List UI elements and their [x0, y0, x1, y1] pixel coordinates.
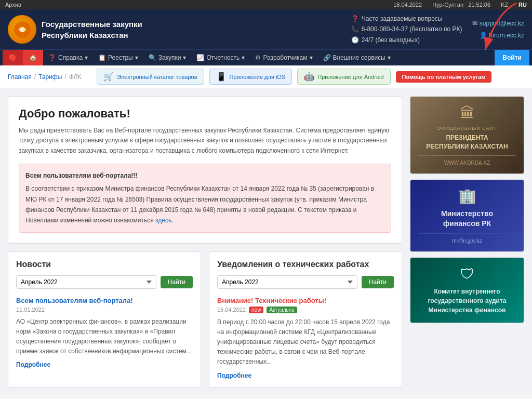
android-icon: 🤖 — [304, 72, 314, 82]
welcome-text: Мы рады приветствовать Вас на Веб-портал… — [19, 126, 391, 156]
breadcrumb-home[interactable]: Главная — [8, 73, 32, 81]
news-item: Всем пользователям веб-портала! 11.01.20… — [16, 297, 193, 369]
nav-spravka[interactable]: ❓ Справка ▾ — [43, 50, 93, 65]
minfin-icon: 🏢 — [418, 188, 516, 205]
news-filter-row: Апрель 2022 Найти — [16, 275, 193, 289]
president-label: ПРЕЗИДЕНТА РЕСПУБЛИКИ КАЗАХСТАН — [418, 134, 516, 151]
official-label: ОФИЦИАЛЬНЫЙ САЙТ — [418, 126, 516, 131]
lang-ru[interactable]: RU — [518, 2, 527, 8]
nav-razrabotchikam[interactable]: ⚙ Разработчикам ▾ — [250, 50, 317, 65]
logo-icon — [8, 15, 36, 44]
notice-link[interactable]: здесь — [155, 217, 171, 224]
news-more-link[interactable]: Подробнее — [16, 361, 50, 368]
support-info: ✉ support@ecc.kz 👤 forum.ecc.kz — [472, 18, 524, 42]
breadcrumb-tariffs[interactable]: Тарифы — [38, 73, 62, 81]
news-item-text: АО «Центр электронных финансов», в рамка… — [16, 317, 193, 357]
notifications-section: Уведомления о технических работах Апрель… — [209, 251, 402, 388]
notification-item-text: В период с 20:00 часов до 22:00 часов 15… — [217, 317, 394, 367]
ios-icon: 📱 — [216, 72, 227, 82]
breadcrumb-flk: ФЛК — [69, 73, 82, 81]
lang-kz[interactable]: KZ — [501, 2, 508, 8]
nav-home[interactable]: 🏠 — [23, 50, 43, 65]
badge-new: new — [249, 307, 263, 313]
notice-box: Всем пользователям веб-портала!!! В соот… — [19, 164, 391, 233]
notifications-section-title: Уведомления о технических работах — [217, 260, 394, 269]
notification-item-date: 15.04.2022 new Актуально — [217, 307, 394, 313]
news-find-button[interactable]: Найти — [161, 276, 193, 288]
login-button[interactable]: Войти — [495, 50, 529, 65]
main-content: Добро пожаловать! Мы рады приветствовать… — [0, 88, 532, 395]
president-decoration-icon: 🏛 — [418, 104, 516, 122]
contact-info: ❓Часто задаваемые вопросы 📞8-800-080-34-… — [351, 14, 462, 45]
notice-text: В соответствии с приказом Министра финан… — [25, 183, 384, 226]
nav-otchetnost[interactable]: 📈 Отчетность ▾ — [191, 50, 250, 65]
banner-audit[interactable]: 🛡 Комитет внутреннего государственного а… — [410, 257, 524, 323]
notification-item-title[interactable]: Внимание! Технические работы! — [217, 297, 394, 304]
sidebar: 🏛 ОФИЦИАЛЬНЫЙ САЙТ ПРЕЗИДЕНТА РЕСПУБЛИКИ… — [410, 96, 524, 387]
content-area: Добро пожаловать! Мы рады приветствовать… — [8, 96, 402, 387]
news-month-select[interactable]: Апрель 2022 — [16, 275, 156, 289]
notifications-find-button[interactable]: Найти — [362, 276, 394, 288]
city-time-label: Нур-Султан · 21:52:06 — [432, 2, 490, 8]
minfin-site: minfin.gov.kz — [418, 238, 516, 244]
archive-label: Архив — [5, 2, 21, 8]
akorda-site: WWW.AKORDA.KZ — [418, 160, 516, 166]
site-title: Государственные закупки Республики Казах… — [42, 19, 142, 41]
breadcrumb: Главная / Тарифы / ФЛК — [8, 73, 81, 81]
notifications-filter-row: Апрель 2022 Найти — [217, 275, 394, 289]
svg-point-1 — [20, 27, 25, 32]
nav-reestry[interactable]: 📋 Реестры ▾ — [93, 50, 143, 65]
header: Государственные закупки Республики Казах… — [0, 9, 532, 49]
main-nav: 🔴 🏠 ❓ Справка ▾ 📋 Реестры ▾ 🔍 Закупки ▾ … — [0, 49, 532, 65]
banner-minfin[interactable]: 🏢 Министерство финансов РК minfin.gov.kz — [410, 179, 524, 252]
news-item-date: 11.01.2022 — [16, 307, 193, 313]
nav-vneshnie[interactable]: 🔗 Внешние сервисы ▾ — [318, 50, 396, 65]
welcome-box: Добро пожаловать! Мы рады приветствовать… — [8, 96, 402, 244]
catalog-icon: 🛒 — [103, 72, 114, 82]
ios-app-button[interactable]: 📱 Приложение для iOS — [209, 69, 292, 85]
nav-zakupki[interactable]: 🔍 Закупки ▾ — [143, 50, 192, 65]
catalog-button[interactable]: 🛒 Электронный каталог товаров — [97, 69, 204, 85]
news-item-title[interactable]: Всем пользователям веб-портала! — [16, 297, 193, 304]
welcome-title: Добро пожаловать! — [19, 107, 391, 121]
badge-actual: Актуально — [267, 307, 297, 313]
news-notifications-row: Новости Апрель 2022 Найти Всем пользоват… — [8, 251, 402, 388]
nav-fire-icon[interactable]: 🔴 — [3, 50, 23, 65]
breadcrumb-actions: 🛒 Электронный каталог товаров 📱 Приложен… — [97, 69, 491, 85]
notification-item: Внимание! Технические работы! 15.04.2022… — [217, 297, 394, 379]
news-section: Новости Апрель 2022 Найти Всем пользоват… — [8, 251, 201, 388]
date-label: 18.04.2022 — [393, 2, 422, 8]
android-app-button[interactable]: 🤖 Приложение для Android — [297, 69, 390, 85]
paid-services-button[interactable]: Помощь по платным услугам — [396, 71, 492, 83]
top-bar: Архив 18.04.2022 Нур-Султан · 21:52:06 K… — [0, 0, 532, 9]
audit-title: Комитет внутреннего государственного ауд… — [418, 287, 516, 315]
notice-title: Всем пользователям веб-портала!!! — [25, 170, 384, 181]
news-section-title: Новости — [16, 260, 193, 269]
notification-more-link[interactable]: Подробнее — [217, 372, 251, 379]
minfin-title: Министерство финансов РК — [418, 209, 516, 229]
support-email-link[interactable]: support@ecc.kz — [480, 20, 524, 27]
breadcrumb-bar: Главная / Тарифы / ФЛК 🛒 Электронный кат… — [0, 65, 532, 88]
banner-president[interactable]: 🏛 ОФИЦИАЛЬНЫЙ САЙТ ПРЕЗИДЕНТА РЕСПУБЛИКИ… — [410, 96, 524, 174]
audit-icon: 🛡 — [418, 265, 516, 283]
logo-area: Государственные закупки Республики Казах… — [8, 15, 142, 44]
notifications-month-select[interactable]: Апрель 2022 — [217, 275, 357, 289]
forum-link[interactable]: forum.ecc.kz — [489, 32, 524, 39]
